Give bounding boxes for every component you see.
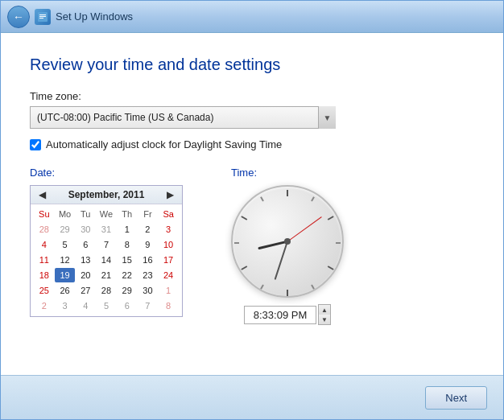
setup-icon	[35, 9, 51, 25]
table-row[interactable]: 2	[34, 299, 55, 313]
day-name-tu: Tu	[75, 208, 96, 220]
cal-week-6: 2 3 4 5 6 7 8	[34, 299, 179, 313]
table-row[interactable]: 4	[34, 237, 55, 252]
calendar: ◀ September, 2011 ▶ Su Mo Tu We Th Fr Sa	[30, 185, 183, 317]
table-row[interactable]: 29	[55, 222, 76, 237]
table-row[interactable]: 10	[158, 237, 179, 252]
time-label: Time:	[231, 167, 344, 179]
table-row[interactable]: 2	[138, 222, 159, 237]
calendar-header: ◀ September, 2011 ▶	[31, 186, 182, 204]
day-name-sa: Sa	[158, 208, 179, 220]
table-row[interactable]: 5	[55, 237, 76, 252]
table-row[interactable]: 16	[138, 253, 159, 267]
cal-week-3: 11 12 13 14 15 16 17	[34, 253, 179, 267]
next-button[interactable]: Next	[425, 386, 487, 410]
table-row[interactable]: 27	[75, 283, 96, 298]
table-row[interactable]: 31	[96, 222, 117, 237]
title-bar: ← Set Up Windows	[1, 1, 503, 33]
cal-week-5: 25 26 27 28 29 30 1	[34, 283, 179, 298]
table-row[interactable]: 22	[117, 268, 138, 282]
calendar-day-names: Su Mo Tu We Th Fr Sa	[34, 208, 179, 220]
cal-week-4: 18 19 20 21 22 23 24	[34, 268, 179, 282]
clock-second-hand	[287, 216, 322, 241]
cal-week-1: 28 29 30 31 1 2 3	[34, 222, 179, 237]
svg-rect-1	[39, 14, 46, 15]
footer: Next	[1, 375, 503, 419]
table-row[interactable]: 24	[158, 268, 179, 282]
cal-week-2: 4 5 6 7 8 9 10	[34, 237, 179, 252]
main-window: ← Set Up Windows Review your time and da…	[0, 0, 504, 420]
table-row[interactable]: 6	[117, 299, 138, 313]
table-row[interactable]: 8	[117, 237, 138, 252]
timezone-wrapper: (UTC-12:00) International Date Line West…	[30, 106, 336, 129]
table-row[interactable]: 28	[96, 283, 117, 298]
clock-hour-hand	[258, 241, 288, 250]
clock-container: 8:33:09 PM ▲ ▼	[231, 185, 344, 325]
table-row[interactable]: 28	[34, 222, 55, 237]
timezone-select[interactable]: (UTC-12:00) International Date Line West…	[30, 106, 336, 129]
table-row[interactable]: 11	[34, 253, 55, 267]
table-row[interactable]: 20	[75, 268, 96, 282]
table-row[interactable]: 29	[117, 283, 138, 298]
table-row[interactable]: 26	[55, 283, 76, 298]
next-month-button[interactable]: ▶	[163, 189, 177, 200]
table-row[interactable]: 13	[75, 253, 96, 267]
table-row[interactable]: 18	[34, 268, 55, 282]
table-row[interactable]: 5	[96, 299, 117, 313]
time-section: Time:	[231, 167, 344, 325]
back-button[interactable]: ←	[7, 6, 30, 28]
table-row[interactable]: 15	[117, 253, 138, 267]
calendar-grid: Su Mo Tu We Th Fr Sa 28 29	[31, 204, 182, 316]
table-row[interactable]: 8	[158, 299, 179, 313]
table-row[interactable]: 21	[96, 268, 117, 282]
timezone-label: Time zone:	[30, 90, 474, 102]
table-row[interactable]: 1	[117, 222, 138, 237]
table-row[interactable]: 7	[96, 237, 117, 252]
table-row[interactable]: 1	[158, 283, 179, 298]
svg-rect-2	[39, 16, 46, 17]
daylight-saving-checkbox[interactable]	[30, 139, 41, 150]
time-spinner: ▲ ▼	[318, 304, 331, 325]
calendar-month-year: September, 2011	[68, 189, 145, 200]
selected-day-cell[interactable]: 19	[55, 268, 76, 282]
table-row[interactable]: 7	[138, 299, 159, 313]
day-name-mo: Mo	[55, 208, 76, 220]
daylight-saving-label[interactable]: Automatically adjust clock for Daylight …	[46, 138, 282, 150]
time-decrement-button[interactable]: ▼	[319, 315, 330, 324]
day-name-we: We	[96, 208, 117, 220]
table-row[interactable]: 4	[75, 299, 96, 313]
time-display[interactable]: 8:33:09 PM	[244, 306, 316, 324]
table-row[interactable]: 23	[138, 268, 159, 282]
prev-month-button[interactable]: ◀	[35, 189, 49, 200]
table-row[interactable]: 9	[138, 237, 159, 252]
table-row[interactable]: 30	[75, 222, 96, 237]
time-input-row: 8:33:09 PM ▲ ▼	[244, 304, 331, 325]
table-row[interactable]: 25	[34, 283, 55, 298]
content-area: Review your time and date settings Time …	[1, 33, 503, 375]
table-row[interactable]: 12	[55, 253, 76, 267]
table-row[interactable]: 6	[75, 237, 96, 252]
date-section: Date: ◀ September, 2011 ▶ Su Mo Tu We T	[30, 167, 183, 325]
daylight-saving-row: Automatically adjust clock for Daylight …	[30, 138, 474, 150]
table-row[interactable]: 30	[138, 283, 159, 298]
date-time-row: Date: ◀ September, 2011 ▶ Su Mo Tu We T	[30, 167, 474, 325]
time-increment-button[interactable]: ▲	[319, 305, 330, 315]
page-title: Review your time and date settings	[30, 56, 474, 74]
day-name-fr: Fr	[138, 208, 159, 220]
date-label: Date:	[30, 167, 183, 179]
table-row[interactable]: 14	[96, 253, 117, 267]
calendar-weeks: 28 29 30 31 1 2 3 4 5	[34, 222, 179, 313]
day-name-th: Th	[117, 208, 138, 220]
clock-minute-hand	[275, 241, 288, 280]
svg-rect-3	[39, 18, 43, 19]
clock-face	[231, 185, 344, 298]
table-row[interactable]: 3	[158, 222, 179, 237]
table-row[interactable]: 3	[55, 299, 76, 313]
table-row[interactable]: 17	[158, 253, 179, 267]
day-name-su: Su	[34, 208, 55, 220]
title-bar-text: Set Up Windows	[56, 10, 133, 23]
